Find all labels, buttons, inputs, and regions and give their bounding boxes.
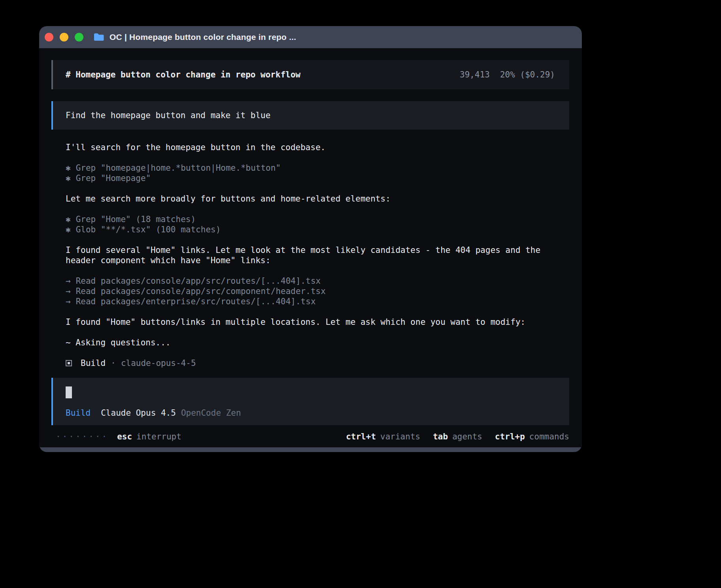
arrow-right-icon: → bbox=[66, 286, 71, 296]
window-titlebar[interactable]: OC | Homepage button color change in rep… bbox=[39, 26, 582, 48]
agent-mode-label: Build bbox=[66, 408, 91, 418]
agent-name: Build bbox=[81, 358, 106, 368]
tool-asterisk-icon: ✱ bbox=[66, 173, 71, 183]
text-cursor bbox=[66, 386, 72, 398]
agent-status-line: Build · claude-opus-4-5 bbox=[66, 358, 569, 368]
assistant-text: Let me search more broadly for buttons a… bbox=[66, 194, 569, 204]
status-bar-right: ctrl+t variants tab agents ctrl+p comman… bbox=[346, 432, 569, 442]
desktop: { "accent_color": "#4f9cf8", "window": {… bbox=[0, 0, 721, 588]
assistant-text: I'll search for the homepage button in t… bbox=[66, 142, 569, 153]
status-bar: ········ esc interrupt ctrl+t variants t… bbox=[51, 432, 569, 442]
session-stats: 39,413 20% ($0.29) bbox=[460, 70, 555, 80]
context-usage: 20% ($0.29) bbox=[500, 70, 555, 80]
tool-call: ✱Grep "Home" (18 matches) bbox=[66, 214, 569, 224]
terminal-window: OC | Homepage button color change in rep… bbox=[39, 26, 582, 452]
shortcut-key: ctrl+t bbox=[346, 432, 376, 442]
terminal-content: # Homepage button color change in repo w… bbox=[39, 48, 582, 447]
shortcut-key: tab bbox=[433, 432, 448, 442]
user-message: Find the homepage button and make it blu… bbox=[51, 101, 569, 130]
shortcut-agents: tab agents bbox=[433, 432, 482, 442]
tool-call-group: ✱Grep "homepage|home.*button|Home.*butto… bbox=[66, 163, 569, 183]
user-message-text: Find the homepage button and make it blu… bbox=[66, 110, 270, 121]
shortcut-key: ctrl+p bbox=[495, 432, 525, 442]
activity-spinner: ········ bbox=[56, 432, 108, 442]
tool-call: ✱Grep "Homepage" bbox=[66, 173, 569, 183]
assistant-status-text: ~ Asking questions... bbox=[66, 337, 569, 348]
shortcut-commands: ctrl+p commands bbox=[495, 432, 569, 442]
tool-call-text: Grep "Homepage" bbox=[76, 173, 151, 183]
tool-call-text: Grep "Home" (18 matches) bbox=[76, 215, 196, 224]
read-call-text: Read packages/console/app/src/component/… bbox=[76, 286, 326, 296]
status-bar-left: ········ esc interrupt bbox=[51, 432, 181, 442]
session-header: # Homepage button color change in repo w… bbox=[51, 60, 569, 89]
read-call: →Read packages/enterprise/src/routes/[..… bbox=[66, 296, 569, 307]
read-call-text: Read packages/console/app/src/routes/[..… bbox=[76, 276, 321, 286]
read-call-text: Read packages/enterprise/src/routes/[...… bbox=[76, 297, 316, 306]
shortcut-variants: ctrl+t variants bbox=[346, 432, 420, 442]
model-name-label: Claude Opus 4.5 bbox=[101, 408, 176, 418]
minimize-button[interactable] bbox=[60, 33, 68, 41]
conversation: I'll search for the homepage button in t… bbox=[66, 142, 569, 368]
tool-call: ✱Glob "**/*.tsx" (100 matches) bbox=[66, 224, 569, 235]
tool-call: ✱Grep "homepage|home.*button|Home.*butto… bbox=[66, 163, 569, 173]
agent-separator: · bbox=[111, 358, 116, 368]
close-button[interactable] bbox=[45, 33, 53, 41]
tool-call-text: Glob "**/*.tsx" (100 matches) bbox=[76, 225, 221, 234]
prompt-input[interactable]: Build Claude Opus 4.5 OpenCode Zen bbox=[51, 378, 569, 425]
window-title-group: OC | Homepage button color change in rep… bbox=[93, 32, 296, 42]
session-title: # Homepage button color change in repo w… bbox=[66, 70, 300, 80]
folder-icon bbox=[93, 33, 104, 41]
esc-key-hint: esc bbox=[117, 432, 132, 442]
shortcut-label: agents bbox=[452, 432, 482, 442]
model-provider-label: OpenCode Zen bbox=[181, 408, 241, 418]
window-title: OC | Homepage button color change in rep… bbox=[109, 32, 296, 42]
tool-asterisk-icon: ✱ bbox=[66, 214, 71, 224]
read-call-group: →Read packages/console/app/src/routes/[.… bbox=[66, 276, 569, 307]
arrow-right-icon: → bbox=[66, 296, 71, 307]
tool-asterisk-icon: ✱ bbox=[66, 224, 71, 235]
esc-key-label: interrupt bbox=[136, 432, 181, 442]
arrow-right-icon: → bbox=[66, 276, 71, 286]
assistant-text: I found "Home" buttons/links in multiple… bbox=[66, 317, 569, 327]
assistant-text: I found several "Home" links. Let me loo… bbox=[66, 245, 569, 266]
agent-model: claude-opus-4-5 bbox=[121, 358, 196, 368]
tool-asterisk-icon: ✱ bbox=[66, 163, 71, 173]
zoom-button[interactable] bbox=[75, 33, 83, 41]
input-status-line: Build Claude Opus 4.5 OpenCode Zen bbox=[66, 408, 557, 418]
agent-badge-icon bbox=[66, 360, 72, 366]
tool-call-text: Grep "homepage|home.*button|Home.*button… bbox=[76, 163, 281, 173]
shortcut-label: variants bbox=[380, 432, 420, 442]
read-call: →Read packages/console/app/src/routes/[.… bbox=[66, 276, 569, 286]
tool-call-group: ✱Grep "Home" (18 matches) ✱Glob "**/*.ts… bbox=[66, 214, 569, 235]
window-controls bbox=[45, 33, 83, 41]
read-call: →Read packages/console/app/src/component… bbox=[66, 286, 569, 296]
token-count: 39,413 bbox=[460, 70, 490, 80]
shortcut-label: commands bbox=[529, 432, 569, 442]
